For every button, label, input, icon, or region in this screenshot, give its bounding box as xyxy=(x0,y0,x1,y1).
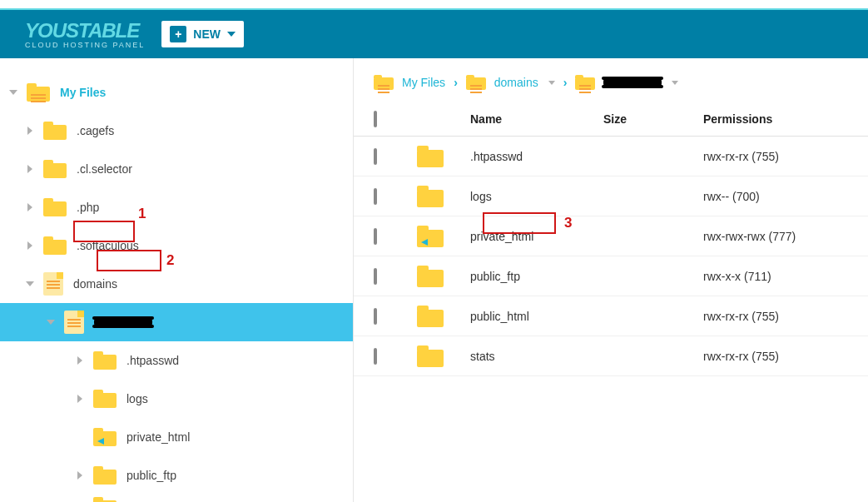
expand-icon[interactable] xyxy=(25,165,35,173)
folder-icon xyxy=(43,122,67,140)
cell-name[interactable]: private_html xyxy=(470,230,603,243)
row-checkbox[interactable] xyxy=(374,268,377,285)
collapse-icon[interactable] xyxy=(46,320,56,325)
redacted-text xyxy=(603,78,662,87)
expand-icon[interactable] xyxy=(25,127,35,135)
tree-item-more[interactable] xyxy=(0,495,353,502)
expand-icon[interactable] xyxy=(25,203,35,211)
folder-tree: My Files .cagefs .cl.selector .php .soft… xyxy=(0,58,354,502)
folder-icon xyxy=(93,351,117,370)
folder-icon xyxy=(417,306,444,327)
expand-icon[interactable] xyxy=(75,471,85,480)
tree-item-public-ftp[interactable]: public_ftp xyxy=(0,456,353,495)
collapse-icon[interactable] xyxy=(25,281,35,286)
column-name[interactable]: Name xyxy=(470,112,603,126)
tree-item-php[interactable]: .php xyxy=(0,188,353,226)
row-checkbox[interactable] xyxy=(374,188,377,205)
table-row[interactable]: .htpasswd rwx-rx-rx (755) xyxy=(354,137,868,176)
breadcrumb-domains[interactable]: domains xyxy=(494,76,538,89)
cell-perm: rwx-rx-rx (755) xyxy=(703,350,848,363)
tree-root-label: My Files xyxy=(60,86,106,99)
folder-icon xyxy=(43,236,67,255)
tree-item-domain-selected[interactable] xyxy=(0,303,353,341)
breadcrumb: My Files › domains › xyxy=(354,75,868,102)
document-folder-icon xyxy=(575,75,595,90)
tree-item-label: .softaculous xyxy=(77,239,139,252)
shared-folder-icon xyxy=(417,226,444,247)
tree-item-label: logs xyxy=(126,392,148,405)
table-row[interactable]: stats rwx-rx-rx (755) xyxy=(354,336,868,376)
tree-item-logs[interactable]: logs xyxy=(0,380,353,418)
folder-icon xyxy=(417,266,444,287)
breadcrumb-separator-icon: › xyxy=(454,76,458,89)
cell-perm: rwx-rx-rx (755) xyxy=(703,310,848,323)
table-row[interactable]: private_html rwx-rwx-rwx (777) xyxy=(354,216,868,256)
new-button[interactable]: + NEW xyxy=(161,21,244,47)
cell-perm: rwx-rx-rx (755) xyxy=(703,150,848,163)
document-folder-icon xyxy=(43,272,63,296)
brand-name: YOUSTABLE xyxy=(25,19,145,42)
cell-perm: rwx-x-x (711) xyxy=(703,270,848,283)
folder-icon xyxy=(93,497,117,502)
table-header: Name Size Permissions xyxy=(354,102,868,137)
chevron-down-icon[interactable] xyxy=(672,81,678,85)
plus-icon: + xyxy=(170,26,186,42)
tree-item-label: private_html xyxy=(126,430,190,444)
new-button-label: NEW xyxy=(193,27,221,41)
tree-item-clselector[interactable]: .cl.selector xyxy=(0,150,353,188)
breadcrumb-current-redacted xyxy=(603,76,662,89)
shared-folder-icon xyxy=(93,428,117,446)
cell-perm: rwx-- (700) xyxy=(703,190,848,203)
table-row[interactable]: logs rwx-- (700) xyxy=(354,176,868,216)
brand-tagline: CLOUD HOSTING PANEL xyxy=(25,41,145,49)
folder-icon xyxy=(93,466,117,485)
tree-item-softaculous[interactable]: .softaculous xyxy=(0,226,353,265)
select-all-checkbox[interactable] xyxy=(374,111,377,127)
cell-name[interactable]: public_html xyxy=(470,310,603,323)
cell-name[interactable]: logs xyxy=(470,190,603,203)
table-row[interactable]: public_ftp rwx-x-x (711) xyxy=(354,256,868,296)
tree-item-domains[interactable]: domains xyxy=(0,265,353,303)
tree-item-label: domains xyxy=(73,277,117,291)
cell-name[interactable]: .htpasswd xyxy=(470,150,603,163)
expand-icon[interactable] xyxy=(75,356,85,365)
folder-icon xyxy=(43,160,67,178)
row-checkbox[interactable] xyxy=(374,308,377,325)
file-list-pane: My Files › domains › Name Size Permissio… xyxy=(354,58,868,502)
folder-icon xyxy=(93,390,117,408)
column-size[interactable]: Size xyxy=(603,112,703,126)
cell-perm: rwx-rwx-rwx (777) xyxy=(703,230,848,243)
folder-icon xyxy=(417,146,444,167)
tree-root[interactable]: My Files xyxy=(0,73,353,112)
tree-item-label: .cl.selector xyxy=(77,162,132,176)
breadcrumb-root[interactable]: My Files xyxy=(402,76,445,89)
folder-icon xyxy=(374,75,394,90)
cell-name[interactable]: public_ftp xyxy=(470,270,603,283)
table-row[interactable]: public_html rwx-rx-rx (755) xyxy=(354,296,868,336)
row-checkbox[interactable] xyxy=(374,348,377,365)
column-perm[interactable]: Permissions xyxy=(703,112,848,126)
redacted-text xyxy=(94,318,152,326)
row-checkbox[interactable] xyxy=(374,228,377,245)
tree-item-htpasswd[interactable]: .htpasswd xyxy=(0,341,353,380)
expand-icon[interactable] xyxy=(25,241,35,250)
tree-item-label: .php xyxy=(77,201,99,214)
tree-item-label: .cagefs xyxy=(77,124,114,137)
expand-icon[interactable] xyxy=(75,395,85,403)
app-header: YOUSTABLE CLOUD HOSTING PANEL + NEW xyxy=(0,8,868,58)
row-checkbox[interactable] xyxy=(374,148,377,165)
chevron-down-icon[interactable] xyxy=(548,81,555,85)
folder-icon xyxy=(417,186,444,207)
brand-logo: YOUSTABLE CLOUD HOSTING PANEL xyxy=(25,19,145,49)
tree-item-cagefs[interactable]: .cagefs xyxy=(0,112,353,150)
cell-name[interactable]: stats xyxy=(470,350,603,363)
folder-icon xyxy=(43,198,67,216)
tree-item-private-html[interactable]: private_html xyxy=(0,418,353,456)
chevron-down-icon xyxy=(227,32,236,37)
tree-item-label-redacted xyxy=(94,316,152,329)
folder-icon xyxy=(27,83,50,102)
folder-icon xyxy=(417,345,444,367)
document-folder-icon xyxy=(466,75,486,90)
tree-item-label: public_ftp xyxy=(126,469,176,482)
collapse-icon[interactable] xyxy=(8,90,18,95)
